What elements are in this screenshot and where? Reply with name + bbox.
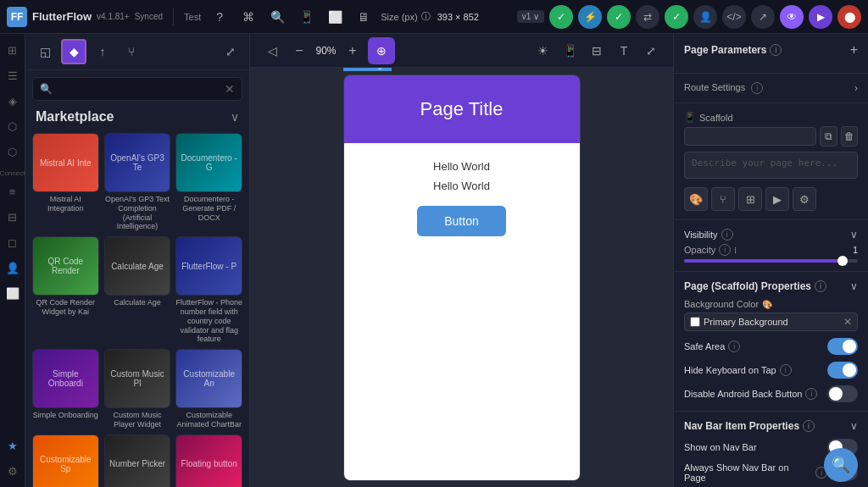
route-expand-icon[interactable]: › (854, 82, 858, 94)
tab-upload[interactable]: ↑ (90, 39, 115, 64)
prop-tool-table[interactable]: ⊞ (738, 187, 762, 211)
desktop-icon[interactable]: 🖥 (352, 5, 376, 29)
marketplace-item-0[interactable]: Mistral AI Inte Mistral AI Integration (32, 133, 99, 231)
opacity-dots-icon: ⁞ (734, 246, 737, 255)
marketplace-item-5[interactable]: FlutterFlow - P FlutterFlow - Phone numb… (175, 236, 242, 344)
marketplace-header: Marketplace ∨ (25, 104, 249, 130)
scaffold-section: 📱 Scaffold HomePage ⧉ 🗑 🎨 ⑂ ⊞ ▶ ⚙ (674, 103, 868, 220)
marketplace-item-9[interactable]: Customizable Sp Customizable Spin Wheel (32, 434, 99, 487)
marketplace-item-3[interactable]: QR Code Render QR Code Render Widget by … (32, 236, 99, 344)
export-icon[interactable]: ↗ (751, 5, 775, 29)
code-icon[interactable]: </> (722, 5, 746, 29)
hide-keyboard-info-icon[interactable]: i (780, 364, 792, 376)
tab-expand[interactable]: ⤢ (219, 40, 242, 64)
marketplace-item-2[interactable]: Documentero - G Documentero - Generate P… (175, 133, 242, 231)
disable-back-toggle[interactable] (827, 385, 858, 402)
prop-tool-settings[interactable]: ⚙ (793, 187, 816, 211)
color-remove-button[interactable]: ✕ (843, 316, 852, 328)
grid-thumb-1: OpenAI's GP3 Te (104, 133, 171, 192)
record-icon[interactable]: ⬤ (837, 5, 861, 29)
prop-tool-paint[interactable]: 🎨 (684, 187, 708, 211)
zoom-out-button[interactable]: − (291, 42, 308, 59)
tab-widgets[interactable]: ◱ (32, 39, 58, 64)
grid-icon[interactable]: ⊟ (585, 39, 609, 63)
version-badge[interactable]: v1 ∨ (517, 10, 544, 23)
search-fab-button[interactable]: 🔍 (824, 448, 858, 482)
help-icon[interactable]: ? (208, 5, 231, 29)
canvas-center-tool[interactable]: ⊕ (368, 37, 395, 64)
phone-view-icon[interactable]: 📱 (558, 39, 581, 63)
scaffold-delete-button[interactable]: 🗑 (841, 126, 859, 147)
marketplace-item-7[interactable]: Custom Music Pl Custom Music Player Widg… (104, 349, 171, 429)
prop-tool-play[interactable]: ▶ (765, 187, 789, 211)
canvas-back-icon[interactable]: ◁ (260, 39, 284, 63)
search-clear-icon[interactable]: ✕ (225, 82, 235, 96)
page-params-info-icon[interactable]: i (770, 44, 782, 56)
color-chip-row[interactable]: Primary Background ✕ (684, 313, 858, 331)
phone-body: Hello World Hello World Button (344, 143, 580, 480)
expand-canvas-icon[interactable]: ⤢ (639, 39, 663, 63)
play-icon[interactable]: ▶ (809, 5, 832, 29)
marketplace-item-1[interactable]: OpenAI's GP3 Te OpenAI's GP3 Text Comple… (104, 133, 171, 231)
phone-button[interactable]: Button (417, 206, 505, 236)
safe-area-info-icon[interactable]: i (728, 340, 740, 352)
visibility-info-icon[interactable]: i (721, 229, 733, 241)
marketplace-item-11[interactable]: Floating button Floating button with Ani… (175, 434, 242, 487)
tab-marketplace[interactable]: ◆ (61, 39, 86, 64)
sync-icon[interactable]: ⇄ (636, 5, 659, 29)
phone-small-icon: 📱 (684, 112, 696, 123)
tablet-icon[interactable]: ⬜ (323, 5, 347, 29)
rail-pages-icon[interactable]: ☰ (2, 64, 24, 86)
scaffold-props-expand-icon[interactable]: ∨ (850, 280, 858, 292)
scaffold-props-info-icon[interactable]: i (815, 280, 826, 292)
rail-connect-icon[interactable]: ⬡ (2, 141, 24, 163)
opacity-row: Opacity i ⁞ 1 (684, 244, 858, 256)
opacity-slider-track[interactable] (684, 259, 858, 263)
route-info-icon[interactable]: i (751, 82, 763, 94)
scaffold-copy-button[interactable]: ⧉ (820, 126, 837, 147)
chevron-down-icon[interactable]: ∨ (231, 110, 239, 124)
rail-active-icon[interactable]: ★ (2, 434, 24, 457)
user-icon[interactable]: 👤 (693, 5, 717, 29)
disable-back-info-icon[interactable]: i (805, 388, 817, 400)
rail-build-icon[interactable]: ⊞ (2, 39, 24, 61)
text-icon[interactable]: T (612, 39, 636, 63)
prop-tool-tree[interactable]: ⑂ (711, 187, 735, 211)
nav-bar-info-icon[interactable]: i (803, 420, 815, 432)
zoom-in-button[interactable]: + (344, 42, 361, 59)
visibility-expand-icon[interactable]: ∨ (850, 229, 858, 241)
sun-icon[interactable]: ☀ (531, 39, 554, 63)
hide-keyboard-toggle[interactable] (827, 362, 858, 379)
search-input[interactable]: a (58, 83, 220, 95)
tab-branch[interactable]: ⑂ (119, 39, 144, 64)
avatar[interactable]: 👁 (780, 5, 804, 29)
nav-bar-expand-icon[interactable]: ∨ (850, 420, 858, 432)
rail-assets-icon[interactable]: 👤 (2, 257, 24, 279)
rail-stateflow-icon[interactable]: ◈ (2, 90, 24, 112)
marketplace-item-6[interactable]: Simple Onboardi Simple Onboarding (32, 349, 99, 429)
marketplace-item-8[interactable]: Customizable An Customizable Animated Ch… (175, 349, 242, 429)
safe-area-toggle[interactable] (827, 338, 858, 355)
check-icon-2[interactable]: ✓ (607, 5, 631, 29)
right-panel: Page Parameters i + Route Settings i › 📱… (673, 34, 868, 487)
opacity-slider-thumb[interactable] (837, 256, 848, 266)
scaffold-name-input[interactable]: HomePage (684, 127, 816, 146)
opacity-info-icon[interactable]: i (719, 244, 731, 256)
check-icon-3[interactable]: ✓ (665, 5, 688, 29)
check-icon-1[interactable]: ✓ (549, 5, 573, 29)
rail-settings-icon[interactable]: ⚙ (2, 460, 24, 482)
rail-data-icon[interactable]: ⬡ (2, 115, 24, 137)
add-parameter-button[interactable]: + (850, 42, 858, 58)
phone-header: Page Title (344, 75, 580, 143)
rail-api-icon[interactable]: ≡ (2, 180, 24, 202)
rail-logic-icon[interactable]: ◻ (2, 231, 24, 253)
describe-input[interactable] (684, 152, 858, 179)
marketplace-item-10[interactable]: Number Picker Number Picker (104, 434, 171, 487)
mobile-icon[interactable]: 📱 (294, 5, 318, 29)
rail-theme-icon[interactable]: ⊟ (2, 206, 24, 228)
lightning-icon[interactable]: ⚡ (578, 5, 602, 29)
rail-media-icon[interactable]: ⬜ (2, 282, 24, 304)
marketplace-item-4[interactable]: Calculate Age Calculate Age (104, 236, 171, 344)
search-top-icon[interactable]: 🔍 (265, 5, 289, 29)
keyboard-icon[interactable]: ⌘ (236, 5, 260, 29)
